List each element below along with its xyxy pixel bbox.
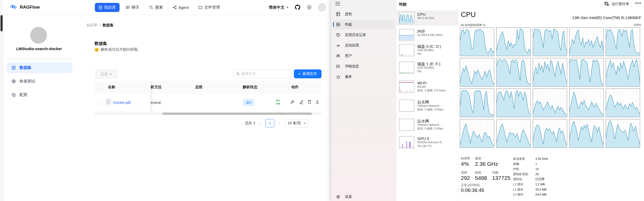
- perf-item--[interactable]: 以太网VMware Network ...发送: 0 接收: 0 Kbps: [397, 117, 459, 132]
- select-all-checkbox[interactable]: [97, 85, 102, 90]
- perf-item-cpu[interactable]: CPU4% 2.36 GHz: [397, 10, 459, 26]
- chunk-tool-icon[interactable]: [290, 100, 295, 104]
- page-size-select[interactable]: 10 条/页 ∨: [285, 119, 309, 127]
- gear-icon: [11, 93, 16, 97]
- delete-icon[interactable]: [307, 100, 312, 104]
- next-page-button[interactable]: >: [278, 121, 281, 125]
- logical-processor-chart-6[interactable]: [496, 58, 531, 87]
- logical-processor-chart-13[interactable]: [569, 88, 604, 117]
- tm-sidebar-label: 进程: [345, 12, 352, 16]
- ragflow-header: RAGFlow 知识库聊天搜索Agent文件管理 简体中文 ∨: [3, 0, 331, 15]
- perf-sub1: SSD (NVMe): [417, 66, 440, 70]
- tm-sidebar-history[interactable]: 应用历史记录: [333, 30, 394, 40]
- tm-sidebar-details[interactable]: 详细信息: [333, 62, 394, 71]
- logical-processor-chart-14[interactable]: [606, 88, 640, 117]
- tm-sidebar-perf[interactable]: 性能: [333, 20, 394, 29]
- perf-name: CPU: [417, 12, 434, 16]
- download-icon[interactable]: [315, 100, 319, 104]
- more-options-icon[interactable]: •••: [635, 1, 641, 6]
- breadcrumb-parent[interactable]: 知识库: [86, 23, 97, 28]
- logical-processor-chart-18[interactable]: [569, 119, 604, 148]
- perf-item-wi-fi[interactable]: Wi-FiWLAN发送: 0 接收: 8.0 Kbps: [397, 79, 459, 94]
- logical-processor-chart-5[interactable]: [460, 58, 494, 87]
- perf-sub2: 0% (38 °C): [417, 144, 444, 148]
- logical-processor-chart-12[interactable]: [533, 88, 567, 117]
- nav-item-agent[interactable]: Agent: [169, 3, 192, 12]
- tm-sidebar-procs[interactable]: 进程: [333, 9, 394, 19]
- col-status: 解析状态: [243, 85, 257, 90]
- perf-texts: Wi-FiWLAN发送: 0 接收: 8.0 Kbps: [417, 81, 446, 93]
- col-action: 动作: [291, 85, 299, 90]
- info-value: 1: [535, 162, 537, 165]
- kb-menu-doc[interactable]: 数据集: [7, 62, 72, 73]
- table-row: Docker.pdf eneral 成功: [94, 93, 321, 111]
- ragflow-brand[interactable]: RAGFlow: [9, 3, 40, 11]
- row-checkbox[interactable]: [97, 100, 102, 105]
- perf-item-gpu-0[interactable]: GPU 0NVIDIA GeForce R...0% (38 °C): [397, 135, 459, 150]
- perf-item--1-e-f-[interactable]: 磁盘 1 (E: F:)SSD (NVMe)0%: [397, 60, 459, 75]
- tm-sidebar-label: 详细信息: [345, 64, 359, 69]
- logical-processor-chart-10[interactable]: [460, 88, 494, 117]
- gear-icon: [336, 195, 340, 199]
- pdf-file-icon: [106, 98, 112, 105]
- cpu-handles-stat: 句柄 137725: [492, 170, 510, 181]
- language-label: 简体中文: [269, 5, 284, 10]
- logical-processor-chart-4[interactable]: [606, 27, 640, 56]
- cpu-info-row: 基准速度:3.50 GHz: [513, 157, 548, 161]
- mini-chart: [399, 81, 414, 93]
- edit-icon[interactable]: [299, 100, 304, 104]
- perf-name: 磁盘 0 (C: D:): [417, 44, 441, 49]
- kb-menu-label: 检索测试: [20, 79, 35, 84]
- table-hscroll-thumb[interactable]: [162, 113, 312, 115]
- kb-menu-gear[interactable]: 配置: [7, 89, 72, 100]
- perf-item--[interactable]: 以太网VMware Network ...发送: 0 接收: 0 Kbps: [397, 98, 459, 113]
- logical-processor-chart-9[interactable]: [606, 58, 640, 87]
- reparse-icon[interactable]: [275, 99, 281, 105]
- page-scrollbar-thumb[interactable]: [1, 15, 3, 31]
- bulk-button[interactable]: 批量 ∨: [95, 69, 117, 79]
- cpu-info-row: 插槽:1: [513, 162, 537, 166]
- language-selector[interactable]: 简体中文 ∨: [269, 5, 289, 10]
- nav-item-folder[interactable]: 文件管理: [195, 3, 224, 12]
- logical-processor-chart-2[interactable]: [533, 27, 567, 56]
- logical-processor-chart-17[interactable]: [533, 119, 567, 148]
- kb-menu-label: 配置: [20, 92, 27, 97]
- col-name: 名称: [108, 85, 115, 90]
- add-file-button[interactable]: + 新增文件: [294, 69, 321, 78]
- logical-processor-chart-15[interactable]: [460, 119, 494, 148]
- perf-sub2: 发送: 0 接收: 8.0 Kbps: [417, 89, 446, 92]
- github-icon[interactable]: [294, 4, 301, 10]
- file-name-link[interactable]: Docker.pdf: [113, 100, 131, 105]
- hamburger-menu-icon[interactable]: [335, 2, 340, 6]
- pagination-total: 总共 1: [245, 121, 255, 126]
- plus-icon: +: [298, 72, 301, 76]
- prev-page-button[interactable]: <: [259, 121, 262, 125]
- logical-processor-chart-0[interactable]: [460, 27, 494, 56]
- logical-processor-chart-11[interactable]: [496, 88, 531, 117]
- logical-processor-chart-8[interactable]: [569, 58, 604, 87]
- user-avatar[interactable]: [318, 3, 326, 11]
- perf-item--[interactable]: 内存31.5/63.8 GB (49%): [397, 27, 459, 43]
- logical-processor-chart-1[interactable]: [496, 27, 531, 56]
- logical-processor-chart-19[interactable]: [606, 119, 640, 148]
- nav-item-db[interactable]: 知识库: [95, 3, 120, 12]
- logical-processor-chart-16[interactable]: [496, 119, 531, 148]
- tm-settings-item[interactable]: 设置: [333, 193, 394, 200]
- search-placeholder: 搜索文件: [242, 72, 256, 76]
- info-value: 20: [535, 173, 539, 176]
- search-input[interactable]: 搜索文件: [233, 69, 291, 78]
- theme-toggle-icon[interactable]: [306, 4, 312, 10]
- logical-processor-chart-3[interactable]: [569, 27, 604, 56]
- tm-sidebar-startup[interactable]: 启动应用: [333, 41, 394, 50]
- tm-sidebar-users[interactable]: 用户: [333, 51, 394, 61]
- chevron-down-icon: ∨: [110, 73, 112, 75]
- startup-icon: [336, 43, 340, 48]
- run-new-task-button[interactable]: 运行新任务: [604, 2, 629, 6]
- tm-sidebar-services[interactable]: 服务: [333, 72, 394, 81]
- nav-item-search[interactable]: 搜索: [146, 3, 166, 12]
- kb-menu-target[interactable]: 检索测试: [7, 76, 72, 87]
- nav-item-chat[interactable]: 聊天: [122, 3, 143, 12]
- perf-item--0-c-d-[interactable]: 磁盘 0 (C: D:)SSD (NVMe)0%: [397, 43, 459, 58]
- logical-processor-chart-7[interactable]: [533, 58, 567, 87]
- page-number[interactable]: 1: [265, 119, 274, 127]
